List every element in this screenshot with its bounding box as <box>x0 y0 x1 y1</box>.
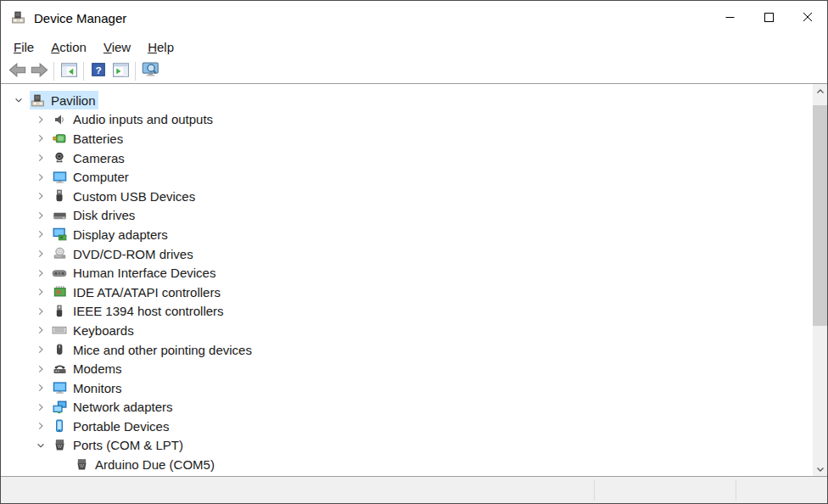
close-button[interactable] <box>788 1 827 35</box>
svg-text:?: ? <box>95 64 101 76</box>
tree-item[interactable]: Cameras <box>52 148 127 167</box>
status-bar-divider <box>594 479 595 501</box>
chevron-spacer <box>52 458 74 472</box>
chevron-right-icon[interactable] <box>30 151 52 165</box>
tree-row: Modems <box>1 359 827 378</box>
tree-row: Arduino Due (COM5) <box>1 455 827 474</box>
firewire-icon <box>52 305 67 318</box>
tree-item[interactable]: Arduino Due (COM5) <box>74 456 217 474</box>
maximize-button[interactable] <box>749 1 788 35</box>
tree-item[interactable]: Modems <box>52 360 125 378</box>
tree-item[interactable]: IDE ATA/ATAPI controllers <box>52 283 223 301</box>
tree-item[interactable]: Custom USB Devices <box>52 187 198 205</box>
back-button[interactable] <box>6 61 28 81</box>
monitor-icon <box>52 171 67 184</box>
speaker-icon <box>52 113 67 126</box>
webcam-icon <box>52 151 67 165</box>
scroll-down-button[interactable] <box>813 462 827 476</box>
device-manager-icon <box>11 10 26 25</box>
tree-row: IDE ATA/ATAPI controllers <box>1 283 827 302</box>
tree-item-label: Custom USB Devices <box>73 189 195 204</box>
tree-item[interactable]: Disk drives <box>52 206 137 225</box>
chevron-right-icon[interactable] <box>30 247 52 260</box>
device-manager-icon <box>30 93 45 107</box>
tree-row: Audio inputs and outputs <box>1 110 827 130</box>
tree-item-label: IDE ATA/ATAPI controllers <box>73 285 221 300</box>
chevron-down-icon[interactable] <box>30 439 52 452</box>
scan-hardware-changes-button[interactable] <box>139 61 161 81</box>
chevron-right-icon[interactable] <box>30 227 52 241</box>
tree-item[interactable]: Mice and other pointing devices <box>52 340 255 359</box>
tree-item[interactable]: Batteries <box>52 129 126 148</box>
chevron-right-icon[interactable] <box>30 266 52 280</box>
tree-item-label: IEEE 1394 host controllers <box>73 304 224 318</box>
chevron-right-icon[interactable] <box>30 400 52 414</box>
tree-item[interactable]: Display adapters <box>52 225 171 244</box>
tree-item[interactable]: Monitors <box>52 378 125 397</box>
chevron-right-icon[interactable] <box>30 285 52 299</box>
toolbar-separator <box>83 62 84 81</box>
chevron-right-icon[interactable] <box>30 381 52 395</box>
menu-file[interactable]: File <box>5 37 42 57</box>
chevron-right-icon[interactable] <box>30 113 52 126</box>
tree-item-label: Mice and other pointing devices <box>73 343 252 357</box>
dvd-drive-icon <box>52 247 67 260</box>
monitor-icon <box>52 381 67 395</box>
window-controls <box>710 1 827 35</box>
chevron-down-icon[interactable] <box>8 93 30 107</box>
tree-item-label: Keyboards <box>73 323 134 338</box>
tree-item-label: Audio inputs and outputs <box>73 112 213 126</box>
chevron-right-icon[interactable] <box>30 343 52 356</box>
tree-item-label: Network adapters <box>73 400 173 414</box>
chevron-right-icon[interactable] <box>30 362 52 376</box>
tree-row: DVD/CD-ROM drives <box>1 244 827 264</box>
menu-help[interactable]: Help <box>139 37 182 57</box>
minimize-button[interactable] <box>710 1 749 35</box>
menu-view[interactable]: View <box>95 37 139 57</box>
tree-row: Monitors <box>1 378 827 398</box>
scroll-up-button[interactable] <box>813 84 827 98</box>
tree-item[interactable]: Computer <box>52 168 131 187</box>
tree-item[interactable]: IEEE 1394 host controllers <box>52 302 227 321</box>
tree-item-label: Arduino Due (COM5) <box>95 457 215 472</box>
menu-bar: FileActionViewHelp <box>1 35 827 59</box>
tree-row: Pavilion <box>1 91 827 110</box>
tree-item-label: DVD/CD-ROM drives <box>73 247 193 261</box>
show-action-pane-button[interactable] <box>109 61 131 81</box>
chevron-right-icon[interactable] <box>30 305 52 318</box>
tree-item[interactable]: Portable Devices <box>52 417 171 435</box>
tree-item-label: Cameras <box>73 151 125 165</box>
tree-item[interactable]: Ports (COM & LPT) <box>52 436 186 455</box>
vertical-scrollbar[interactable] <box>813 84 827 476</box>
tree-item-label: Monitors <box>73 381 122 395</box>
menu-action[interactable]: Action <box>42 37 95 57</box>
tree-item[interactable]: Audio inputs and outputs <box>52 110 215 129</box>
chevron-right-icon[interactable] <box>30 323 52 337</box>
tree-item-label: Modems <box>73 361 122 376</box>
scrollbar-thumb[interactable] <box>813 105 827 326</box>
tree-item[interactable]: Network adapters <box>52 398 176 417</box>
tree-item[interactable]: DVD/CD-ROM drives <box>52 244 196 263</box>
tree-item[interactable]: Keyboards <box>52 321 137 339</box>
tree-row: Mice and other pointing devices <box>1 340 827 360</box>
forward-button[interactable] <box>28 61 50 81</box>
chevron-right-icon[interactable] <box>30 419 52 433</box>
tree-item[interactable]: Pavilion <box>30 91 98 109</box>
chevron-right-icon[interactable] <box>30 209 52 222</box>
gamepad-icon <box>52 266 67 280</box>
show-console-tree-button[interactable] <box>58 61 80 81</box>
chevron-right-icon[interactable] <box>30 132 52 145</box>
tree-item-label: Portable Devices <box>73 419 169 434</box>
window-title: Device Manager <box>34 11 126 25</box>
chevron-right-icon[interactable] <box>30 171 52 184</box>
tree-item-label: Human Interface Devices <box>73 266 215 280</box>
chevron-right-icon[interactable] <box>30 189 52 203</box>
help-button[interactable]: ? <box>87 61 109 81</box>
tree-item[interactable]: Human Interface Devices <box>52 264 218 283</box>
tree-item-label: Computer <box>73 170 129 184</box>
battery-icon <box>52 132 67 145</box>
serial-port-icon <box>52 439 67 452</box>
status-bar-section <box>736 477 827 503</box>
tree-row: Human Interface Devices <box>1 263 827 283</box>
tree-row: Portable Devices <box>1 417 827 436</box>
